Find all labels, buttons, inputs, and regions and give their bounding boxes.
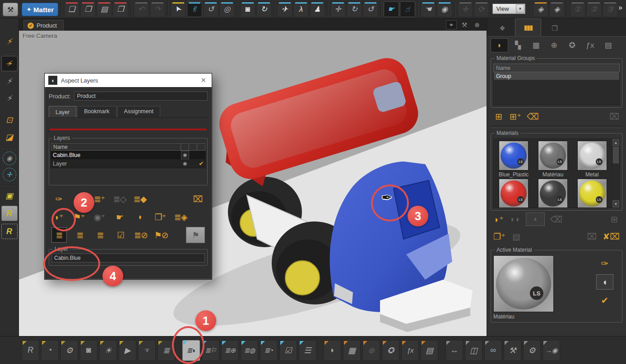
aspect-layers-environment-button[interactable]: ≣⊕ [221, 340, 239, 361]
layer-bracket-button[interactable]: ≣◆ [133, 192, 147, 206]
light-editor-button[interactable]: ☀ [99, 340, 117, 361]
add-target-button[interactable]: ✛ [3, 168, 16, 181]
redo-button[interactable]: ↷ [150, 1, 165, 17]
name-column-header[interactable]: Name [51, 143, 181, 151]
render-off-button[interactable]: ⚡ [1, 56, 18, 71]
add-layer-button[interactable]: ≣⁺ [92, 192, 107, 206]
touch-rotate-button[interactable]: ☛ [384, 1, 399, 17]
translate-button[interactable]: ✛ [458, 1, 473, 17]
material-item[interactable]: LS Matériau [534, 141, 572, 178]
exit-review-button[interactable]: →◉ [543, 340, 560, 361]
group-name-filter[interactable]: Name [493, 64, 620, 72]
apply-layers-2-button[interactable]: ≣ [73, 228, 87, 242]
flip-prev-button[interactable]: ◈ [533, 1, 548, 17]
pan-view-button[interactable]: ✛ [330, 1, 346, 17]
camera-turntable-button[interactable]: ↻ [256, 1, 272, 17]
camera-2-button[interactable]: ② [586, 1, 602, 17]
film-library-button[interactable]: ▤ [421, 340, 438, 361]
visibility-eye-icon[interactable]: ◉ [183, 152, 187, 158]
fx-library-button[interactable]: ƒx [401, 340, 419, 361]
settings-wrench-button[interactable]: ⚒ [3, 3, 18, 16]
render-settings-button[interactable]: R [22, 340, 39, 361]
add-material-folder-button[interactable]: ❐⁺ [493, 231, 505, 242]
tab-product[interactable]: ✔ Product [23, 20, 64, 31]
scroll-thumb[interactable] [613, 147, 619, 163]
pick-material-eyedropper-button[interactable]: ✑ [601, 258, 609, 269]
link-icon[interactable]: ⚭ [446, 20, 457, 29]
category-textures-button[interactable]: ▚ [510, 39, 526, 52]
tab-layer[interactable]: Layer [49, 106, 76, 117]
grid-view-button[interactable]: ⊞ [609, 214, 620, 225]
erase-material-button[interactable]: ⌫ [550, 214, 562, 225]
camera-editor-button[interactable]: ◙ [80, 340, 97, 361]
aspect-layers-look-button[interactable]: ≣◍ [241, 340, 258, 361]
viewport-close-icon[interactable]: ⊗ [472, 21, 482, 29]
image-history-button[interactable]: ◔ [41, 340, 59, 361]
touch-off-button[interactable]: ☚ [421, 1, 436, 17]
delete-unused-button[interactable]: ✘⌧ [603, 231, 620, 242]
category-materials-button[interactable]: ◗ [491, 38, 508, 52]
orbit-tool-button[interactable]: ↺ [203, 1, 218, 17]
animation-editor-button[interactable]: ▶ [119, 340, 136, 361]
category-images-button[interactable]: ▦ [528, 39, 544, 52]
material-item[interactable]: LS Blue_Plastic [495, 141, 533, 178]
pan-tool-button[interactable]: ✌ [187, 1, 202, 17]
material-item[interactable]: LS [495, 179, 533, 208]
close-icon[interactable]: ✕ [199, 76, 208, 84]
tab-variants[interactable]: ❖ [489, 20, 515, 36]
camera-projection-button[interactable]: ◙ [240, 1, 255, 17]
material-library-button[interactable]: ◗ [324, 340, 341, 361]
tab-library-folder[interactable]: ❐ [541, 20, 567, 36]
render-window-button[interactable]: ⚡ [2, 74, 17, 88]
environment-library-button[interactable]: ⊕ [362, 340, 380, 361]
add-visibility-layer-button[interactable]: ◉⁺ [92, 210, 107, 224]
unlink-layers-button[interactable]: ≣⊘ [134, 228, 148, 242]
material-item[interactable]: LS [534, 179, 572, 208]
touch-zoom-button[interactable]: ☝ [400, 1, 415, 17]
material-item[interactable]: LS Metal [573, 141, 611, 178]
product-field[interactable] [74, 92, 208, 101]
tag-off-button[interactable]: ⚑ [186, 227, 205, 243]
add-group-button[interactable]: ⊞ [493, 111, 504, 122]
validation-button[interactable]: ☑ [279, 340, 297, 361]
stereo-button[interactable]: ∞ [484, 340, 502, 361]
category-effects-button[interactable]: ✪ [564, 39, 580, 52]
examine-tool-button[interactable]: ◎ [219, 1, 235, 17]
presentation-button[interactable]: ◪ [2, 130, 17, 144]
rotate-world-button[interactable]: ↺ [363, 1, 378, 17]
render-region-image-button[interactable]: R [1, 224, 18, 239]
touch-eye-button[interactable]: ◉ [437, 1, 452, 17]
layer-bracket-add-button[interactable]: ≣◈ [173, 210, 188, 224]
add-materials-button[interactable]: ◗◗ [510, 214, 520, 224]
aspect-layers-timeline-button[interactable]: ≣◔ [260, 340, 278, 361]
eye-target-button[interactable]: ◉ [3, 152, 16, 165]
image-library-button[interactable]: ▦ [343, 340, 361, 361]
image-settings-button[interactable]: ⚙ [60, 340, 78, 361]
select-tool-button[interactable]: ➤ [171, 1, 186, 17]
raytrace-power-button[interactable]: ⚡ [2, 34, 17, 49]
category-environments-button[interactable]: ⊕ [546, 39, 562, 52]
layer-row-default[interactable]: Layer ◉ ✔ [51, 159, 205, 168]
apply-layers-3-button[interactable]: ≣ [93, 228, 107, 242]
tab-library[interactable]: ▮▮▮ [515, 18, 541, 36]
category-fx-button[interactable]: ƒx [582, 39, 598, 52]
assign-material-button[interactable]: ✔ [601, 295, 609, 306]
camera-1-button[interactable]: ① [570, 1, 585, 17]
scroll-track[interactable] [612, 146, 619, 200]
tab-bookmark[interactable]: Bookmark [77, 106, 116, 117]
dialog-titlebar[interactable]: ◖ Aspect Layers ✕ [45, 74, 212, 87]
rotate-button[interactable]: ⟳ [474, 1, 489, 17]
active-column-header[interactable] [197, 143, 205, 151]
render-image-button[interactable]: R [1, 206, 18, 221]
save-as-button[interactable]: ❒ [113, 1, 128, 17]
render-region-button[interactable]: ⊡ [2, 113, 17, 127]
unlink-tag-button[interactable]: ⚑⊘ [154, 228, 168, 242]
category-film-button[interactable]: ▤ [600, 39, 617, 52]
visibility-eye-icon[interactable]: ◉ [183, 161, 187, 166]
materials-scrollbar[interactable]: ▲ ▼ [612, 139, 619, 207]
service-button[interactable]: ⚒ [504, 340, 521, 361]
duplicate-material-button[interactable]: ◖ [526, 212, 545, 226]
add-layer-folder-button[interactable]: ❐⁺ [153, 210, 167, 224]
toolbar-overflow-button[interactable]: » [618, 0, 622, 12]
open-file-button[interactable]: ❐ [80, 1, 96, 17]
